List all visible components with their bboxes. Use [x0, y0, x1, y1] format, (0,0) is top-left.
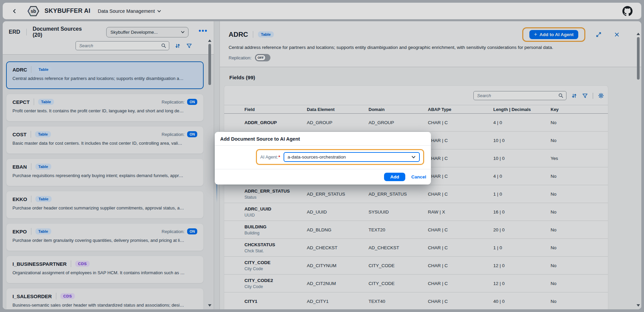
required-marker: * [279, 154, 280, 160]
chevron-down-icon [411, 155, 416, 159]
dialog-title: Add Document Source to AI Agent [215, 132, 431, 146]
ai-agent-label: AI Agent:* [260, 154, 280, 160]
add-button[interactable]: Add [384, 173, 405, 181]
add-to-agent-dialog: Add Document Source to AI Agent AI Agent… [215, 132, 431, 185]
ai-agent-select[interactable]: a-data-sources-orchestration [284, 152, 420, 162]
cancel-button[interactable]: Cancel [411, 174, 426, 179]
ai-agent-value: a-data-sources-orchestration [288, 154, 411, 160]
spotlight-highlight: AI Agent:* a-data-sources-orchestration [256, 149, 424, 165]
